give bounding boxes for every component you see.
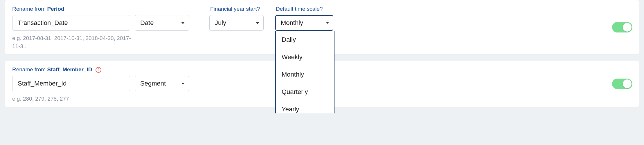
time-scale-option-weekly[interactable]: Weekly xyxy=(276,48,334,66)
rename-label: Rename from Staff_Member_ID xyxy=(12,66,94,72)
field-card-period: Rename from Period Financial year start?… xyxy=(5,0,639,54)
time-scale-select[interactable]: Monthly Daily Weekly Monthly Quarterly Y… xyxy=(275,15,333,31)
enable-toggle[interactable] xyxy=(612,22,632,32)
time-scale-option-quarterly[interactable]: Quarterly xyxy=(276,83,334,101)
toggle-knob xyxy=(623,79,632,88)
type-select[interactable]: Date xyxy=(135,15,189,31)
rename-prefix: Rename from xyxy=(12,6,47,12)
chevron-down-icon xyxy=(326,22,329,24)
rename-label-wrap: Rename from Period xyxy=(12,5,210,12)
example-hint: e.g. 2017-08-31, 2017-10-31, 2018-04-30,… xyxy=(12,34,134,50)
financial-year-select[interactable]: July xyxy=(209,15,264,31)
rename-label: Rename from Period xyxy=(12,6,64,12)
type-select-value: Segment xyxy=(140,80,166,87)
time-scale-option-daily[interactable]: Daily xyxy=(276,31,334,48)
toggle-knob xyxy=(623,23,632,32)
time-scale-value: Monthly xyxy=(281,19,303,27)
time-scale-option-monthly[interactable]: Monthly xyxy=(276,66,334,83)
time-scale-dropdown: Daily Weekly Monthly Quarterly Yearly xyxy=(275,31,334,113)
rename-from-name: Period xyxy=(47,6,64,12)
time-scale-option-yearly[interactable]: Yearly xyxy=(276,101,334,113)
rename-prefix: Rename from xyxy=(12,66,47,72)
chevron-down-icon xyxy=(181,22,185,24)
rename-input[interactable] xyxy=(12,15,130,31)
header-time-scale: Default time scale? xyxy=(276,6,323,12)
chevron-down-icon xyxy=(256,22,259,24)
rename-input[interactable] xyxy=(12,76,130,91)
card-header-row: Rename from Period Financial year start?… xyxy=(12,5,632,12)
rename-label-wrap: Rename from Staff_Member_ID ? xyxy=(12,66,210,73)
type-select-value: Date xyxy=(140,19,154,27)
controls-row: Date July Monthly Daily Weekly Monthly Q… xyxy=(12,15,632,31)
help-icon[interactable]: ? xyxy=(96,67,101,73)
example-hint: e.g. 280, 279, 278, 277 xyxy=(12,95,134,103)
type-select[interactable]: Segment xyxy=(135,76,189,91)
financial-year-value: July xyxy=(215,19,226,27)
rename-from-name: Staff_Member_ID xyxy=(47,66,92,72)
enable-toggle[interactable] xyxy=(612,79,632,89)
header-financial-year: Financial year start? xyxy=(210,6,276,12)
chevron-down-icon xyxy=(181,83,185,85)
